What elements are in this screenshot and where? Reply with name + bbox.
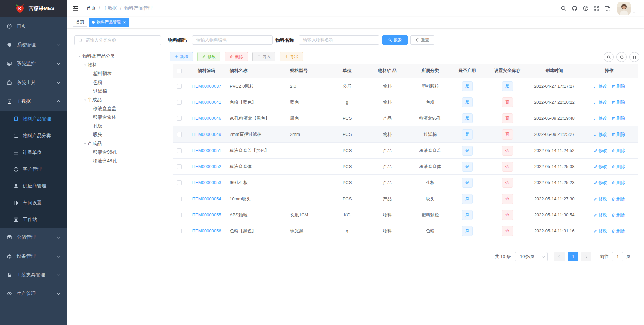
delete-link[interactable]: 删除 <box>611 115 625 121</box>
row-checkbox[interactable] <box>177 148 182 153</box>
material-code-link[interactable]: ITEM00000052 <box>192 164 221 169</box>
row-checkbox[interactable] <box>177 164 182 169</box>
sidebar-menu-item[interactable]: 设备管理 <box>0 247 67 266</box>
delete-link[interactable]: 删除 <box>611 148 625 154</box>
sidebar-menu-item[interactable]: 系统工具 <box>0 73 67 92</box>
edit-link[interactable]: 修改 <box>594 115 607 121</box>
edit-link[interactable]: 修改 <box>594 99 607 105</box>
edit-link[interactable]: 修改 <box>594 228 607 234</box>
edit-link[interactable]: 修改 <box>594 212 607 218</box>
material-code-link[interactable]: ITEM00000037 <box>192 84 221 89</box>
tree-node[interactable]: 色粉 <box>74 78 165 87</box>
material-code-link[interactable]: ITEM00000056 <box>192 228 221 233</box>
select-all-checkbox[interactable] <box>177 69 182 73</box>
tree-node[interactable]: 过滤棉 <box>74 87 165 96</box>
tree-node[interactable]: 物料及产品分类 <box>74 52 165 61</box>
search-button[interactable]: 搜索 <box>382 35 408 45</box>
search-icon[interactable] <box>560 5 567 11</box>
tree-node[interactable]: 塑料颗粒 <box>74 69 165 78</box>
tree-node[interactable]: 孔板 <box>74 122 165 130</box>
tree-caret-icon[interactable] <box>82 62 88 68</box>
material-code-link[interactable]: ITEM00000053 <box>192 180 221 185</box>
material-code-link[interactable]: ITEM00000041 <box>192 100 221 105</box>
tree-node[interactable]: 半成品 <box>74 96 165 104</box>
page-size-select[interactable]: 10条/页 <box>515 252 548 261</box>
app-logo[interactable]: K 苦糖果MES <box>0 0 67 17</box>
toolbar-button[interactable]: 删除 <box>225 52 248 61</box>
delete-link[interactable]: 删除 <box>611 228 625 234</box>
columns-button[interactable] <box>629 52 639 62</box>
next-page-button[interactable] <box>581 252 591 261</box>
reset-button[interactable]: 重置 <box>410 35 434 45</box>
fullscreen-icon[interactable] <box>594 5 600 11</box>
delete-link[interactable]: 删除 <box>611 131 625 138</box>
tree-node[interactable]: 物料 <box>74 61 165 69</box>
edit-link[interactable]: 修改 <box>594 131 607 138</box>
delete-link[interactable]: 删除 <box>611 83 625 89</box>
sidebar-menu-item[interactable]: 主数据 <box>0 92 67 111</box>
delete-link[interactable]: 删除 <box>611 99 625 105</box>
sidebar-submenu-item[interactable]: 计量单位 <box>0 144 67 161</box>
tree-caret-icon[interactable] <box>82 141 88 146</box>
sidebar-menu-item[interactable]: 生产管理 <box>0 284 67 303</box>
goto-page-input[interactable]: 1 <box>612 252 623 261</box>
row-checkbox[interactable] <box>177 180 182 185</box>
tree-caret-icon[interactable] <box>77 54 82 59</box>
edit-link[interactable]: 修改 <box>594 148 607 154</box>
view-tab[interactable]: 首页 <box>73 18 87 27</box>
sidebar-submenu-item[interactable]: 客户管理 <box>0 161 67 178</box>
sidebar-toggle-icon[interactable] <box>72 5 79 12</box>
github-icon[interactable] <box>572 5 578 11</box>
row-checkbox[interactable] <box>177 229 182 233</box>
material-code-input[interactable]: 请输入物料编码 <box>192 35 273 45</box>
tree-node[interactable]: 移液盒96孔 <box>74 148 165 157</box>
edit-link[interactable]: 修改 <box>594 180 607 186</box>
sidebar-menu-item[interactable]: 系统管理 <box>0 36 67 54</box>
tree-caret-icon[interactable] <box>82 97 88 103</box>
breadcrumb-item[interactable]: / 主数据 <box>96 5 117 11</box>
material-code-link[interactable]: ITEM00000051 <box>192 148 221 153</box>
row-checkbox[interactable] <box>177 197 182 201</box>
material-code-link[interactable]: ITEM00000054 <box>192 196 221 201</box>
edit-link[interactable]: 修改 <box>594 164 607 170</box>
sidebar-menu-item[interactable]: 系统监控 <box>0 54 67 73</box>
sidebar-menu-item[interactable]: 首页 <box>0 17 67 36</box>
refresh-button[interactable] <box>616 52 627 62</box>
breadcrumb-item[interactable]: 首页 <box>86 5 96 11</box>
tree-node[interactable]: 产成品 <box>74 139 165 148</box>
toolbar-button[interactable]: 导入 <box>252 52 275 61</box>
prev-page-button[interactable] <box>554 252 565 261</box>
sidebar-menu-item[interactable]: 工装夹具管理 <box>0 266 67 284</box>
tree-node[interactable]: 吸头 <box>74 130 165 139</box>
material-code-link[interactable]: ITEM00000046 <box>192 116 221 121</box>
row-checkbox[interactable] <box>177 84 182 89</box>
sidebar-submenu-item[interactable]: 物料产品管理 <box>0 111 67 127</box>
tree-node[interactable]: 移液盒盒盖 <box>74 104 165 113</box>
delete-link[interactable]: 删除 <box>611 180 625 186</box>
toolbar-button[interactable]: 修改 <box>197 52 220 61</box>
tree-search-input[interactable]: 请输入分类名称 <box>74 35 161 45</box>
breadcrumb-item[interactable]: / 物料产品管理 <box>117 5 153 11</box>
delete-link[interactable]: 删除 <box>611 196 625 202</box>
toolbar-button[interactable]: 导出 <box>280 52 303 61</box>
edit-link[interactable]: 修改 <box>594 83 607 89</box>
material-code-link[interactable]: ITEM00000049 <box>192 132 221 137</box>
row-checkbox[interactable] <box>177 132 182 137</box>
row-checkbox[interactable] <box>177 100 182 105</box>
sidebar-submenu-item[interactable]: 供应商管理 <box>0 178 67 195</box>
delete-link[interactable]: 删除 <box>611 212 625 218</box>
tab-close-icon[interactable] <box>123 20 126 24</box>
user-menu[interactable] <box>617 2 631 15</box>
material-code-link[interactable]: ITEM00000055 <box>192 212 221 217</box>
sidebar-submenu-item[interactable]: 物料产品分类 <box>0 127 67 144</box>
edit-link[interactable]: 修改 <box>594 196 607 202</box>
show-search-button[interactable] <box>604 52 614 62</box>
material-name-input[interactable]: 请输入物料名称 <box>299 35 379 45</box>
page-number-button[interactable]: 1 <box>568 252 578 261</box>
sidebar-submenu-item[interactable]: 车间设置 <box>0 195 67 211</box>
row-checkbox[interactable] <box>177 213 182 217</box>
font-size-icon[interactable] <box>605 5 611 11</box>
tree-node[interactable]: 移液盒48孔 <box>74 157 165 165</box>
avatar[interactable] <box>617 2 631 15</box>
sidebar-menu-item[interactable]: 仓储管理 <box>0 228 67 247</box>
